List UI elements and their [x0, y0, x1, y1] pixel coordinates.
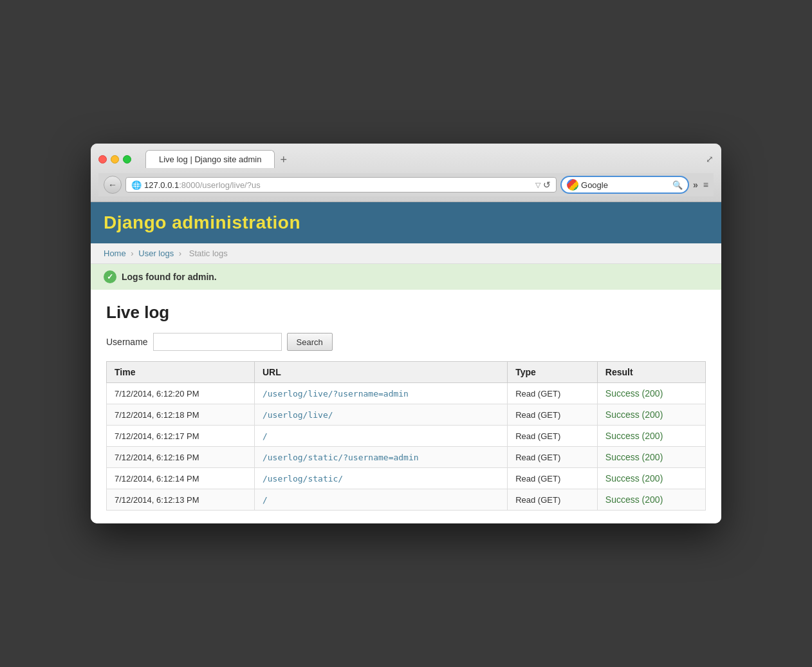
- col-time: Time: [107, 362, 255, 383]
- browser-titlebar: Live log | Django site admin + ⤢ ← 🌐 127…: [91, 144, 721, 202]
- username-label: Username: [106, 337, 148, 347]
- nav-extras: » ≡: [693, 180, 708, 190]
- username-input[interactable]: [153, 333, 282, 351]
- tab-title: Live log | Django site admin: [159, 155, 261, 164]
- traffic-lights: [98, 155, 131, 164]
- browser-window: Live log | Django site admin + ⤢ ← 🌐 127…: [91, 144, 721, 523]
- cell-url: /userlog/live/?username=admin: [254, 383, 507, 404]
- cell-result: Success (200): [597, 426, 705, 447]
- cell-result: Success (200): [597, 468, 705, 489]
- cell-url: /userlog/static/?username=admin: [254, 447, 507, 468]
- reload-button[interactable]: ↺: [543, 180, 551, 190]
- globe-icon: 🌐: [131, 180, 142, 190]
- table-row: 7/12/2014, 6:12:18 PM/userlog/live/Read …: [107, 404, 706, 426]
- minimize-button[interactable]: [111, 155, 119, 164]
- cell-type: Read (GET): [508, 383, 598, 404]
- url-link[interactable]: /: [263, 431, 268, 441]
- url-link[interactable]: /userlog/live/: [263, 410, 333, 420]
- cell-time: 7/12/2014, 6:12:20 PM: [107, 383, 255, 404]
- cell-result: Success (200): [597, 404, 705, 426]
- cell-url: /userlog/static/: [254, 468, 507, 489]
- col-type: Type: [508, 362, 598, 383]
- admin-title: Django administration: [104, 212, 708, 233]
- address-bar[interactable]: 🌐 127.0.0.1:8000/userlog/live/?us ▽ ↺: [125, 177, 557, 193]
- breadcrumb-user-logs[interactable]: User logs: [138, 249, 174, 258]
- search-button[interactable]: Search: [287, 333, 333, 351]
- browser-tab-active[interactable]: Live log | Django site admin: [145, 150, 275, 168]
- breadcrumb-sep-1: ›: [131, 249, 136, 258]
- search-form: Username Search: [106, 333, 706, 351]
- log-table: Time URL Type Result 7/12/2014, 6:12:20 …: [106, 361, 706, 511]
- url-link[interactable]: /userlog/static/: [263, 474, 343, 484]
- tab-bar: Live log | Django site admin +: [145, 150, 701, 168]
- cell-type: Read (GET): [508, 468, 598, 489]
- cell-time: 7/12/2014, 6:12:17 PM: [107, 426, 255, 447]
- django-admin: Django administration Home › User logs ›…: [91, 202, 721, 523]
- address-dropdown-icon[interactable]: ▽: [535, 181, 540, 189]
- cell-time: 7/12/2014, 6:12:14 PM: [107, 468, 255, 489]
- cell-time: 7/12/2014, 6:12:16 PM: [107, 447, 255, 468]
- maximize-button[interactable]: [123, 155, 131, 164]
- admin-header: Django administration: [91, 202, 721, 243]
- address-host: 127.0.0.1: [144, 180, 179, 190]
- cell-url: /: [254, 489, 507, 511]
- table-row: 7/12/2014, 6:12:14 PM/userlog/static/Rea…: [107, 468, 706, 489]
- cell-type: Read (GET): [508, 404, 598, 426]
- search-bar[interactable]: Google 🔍: [560, 176, 689, 194]
- new-tab-button[interactable]: +: [275, 151, 292, 168]
- search-magnifier-icon: 🔍: [672, 180, 683, 190]
- browser-controls: Live log | Django site admin + ⤢: [98, 150, 714, 168]
- url-link[interactable]: /: [263, 495, 268, 505]
- address-bar-row: ← 🌐 127.0.0.1:8000/userlog/live/?us ▽ ↺ …: [98, 173, 714, 196]
- cell-url: /: [254, 426, 507, 447]
- cell-time: 7/12/2014, 6:12:18 PM: [107, 404, 255, 426]
- page-heading: Live log: [106, 303, 706, 323]
- url-link[interactable]: /userlog/live/?username=admin: [263, 389, 409, 399]
- col-url: URL: [254, 362, 507, 383]
- url-link[interactable]: /userlog/static/?username=admin: [263, 453, 419, 462]
- google-icon: [567, 179, 578, 191]
- menu-icon[interactable]: ≡: [703, 180, 708, 190]
- table-row: 7/12/2014, 6:12:13 PM/Read (GET)Success …: [107, 489, 706, 511]
- cell-result: Success (200): [597, 489, 705, 511]
- breadcrumb-static-logs: Static logs: [189, 249, 228, 258]
- search-input-text: Google: [581, 180, 670, 190]
- table-row: 7/12/2014, 6:12:16 PM/userlog/static/?us…: [107, 447, 706, 468]
- back-icon: ←: [108, 180, 117, 190]
- breadcrumb-home[interactable]: Home: [104, 249, 126, 258]
- cell-result: Success (200): [597, 383, 705, 404]
- expand-icon[interactable]: ⤢: [706, 154, 714, 164]
- table-row: 7/12/2014, 6:12:17 PM/Read (GET)Success …: [107, 426, 706, 447]
- success-message-bar: ✓ Logs found for admin.: [91, 264, 721, 290]
- chevron-right-icon[interactable]: »: [693, 180, 698, 190]
- success-icon: ✓: [104, 270, 116, 283]
- breadcrumb-sep-2: ›: [179, 249, 184, 258]
- address-text: 127.0.0.1:8000/userlog/live/?us: [144, 180, 533, 190]
- address-port: :8000/userlog/live/?us: [179, 180, 260, 190]
- close-button[interactable]: [98, 155, 107, 164]
- breadcrumb: Home › User logs › Static logs: [91, 243, 721, 264]
- admin-content: Live log Username Search Time URL Type R…: [91, 290, 721, 523]
- table-row: 7/12/2014, 6:12:20 PM/userlog/live/?user…: [107, 383, 706, 404]
- back-button[interactable]: ←: [104, 176, 122, 194]
- col-result: Result: [597, 362, 705, 383]
- cell-url: /userlog/live/: [254, 404, 507, 426]
- cell-type: Read (GET): [508, 426, 598, 447]
- cell-result: Success (200): [597, 447, 705, 468]
- cell-type: Read (GET): [508, 447, 598, 468]
- success-message-text: Logs found for admin.: [122, 272, 217, 282]
- cell-type: Read (GET): [508, 489, 598, 511]
- table-header-row: Time URL Type Result: [107, 362, 706, 383]
- cell-time: 7/12/2014, 6:12:13 PM: [107, 489, 255, 511]
